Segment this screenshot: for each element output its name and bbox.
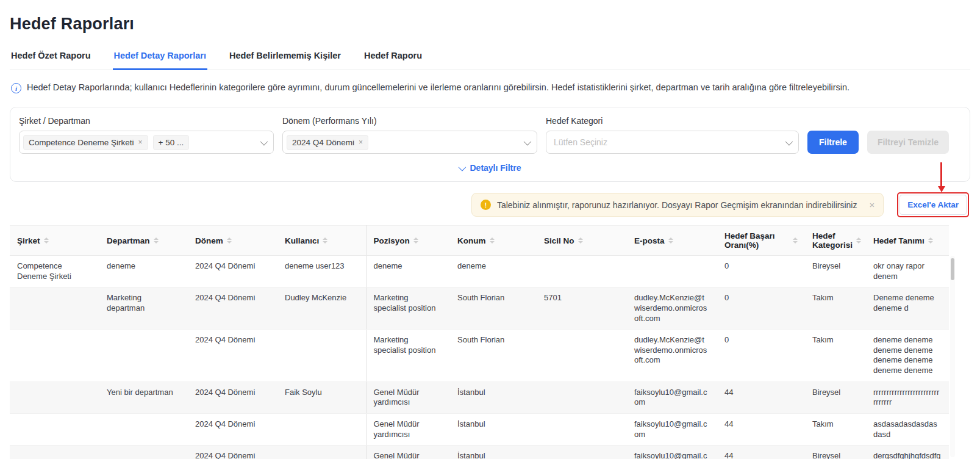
detail-filter-toggle[interactable]: Detaylı Filtre [19,163,961,173]
table-cell: 5701 [537,287,627,330]
column-header[interactable]: Hedef Başarı Oranı(%) [717,226,805,256]
filter-button[interactable]: Filtrele [807,131,859,154]
chevron-down-icon [459,163,467,171]
table-row: 2024 Q4 DönemiGenel Müdür yardımcısıİsta… [10,446,949,459]
column-header-label: Şirket [17,236,40,245]
table-cell: deneme [450,256,537,287]
column-header[interactable]: Kullanıcı [277,226,366,256]
more-selected-chip[interactable]: + 50 ... [153,135,190,150]
column-header[interactable]: E-posta [627,226,717,256]
table-cell: 0 [717,330,805,382]
column-header[interactable]: Pozisyon [366,226,450,256]
table-cell: Marketing specialist position [366,330,450,382]
period-filter-label: Dönem (Performans Yılı) [282,116,537,126]
period-select[interactable]: 2024 Q4 Dönemi × [282,131,537,154]
company-department-field: Şirket / Departman Competence Deneme Şir… [19,116,274,154]
table-cell [99,446,188,459]
table-cell [10,413,99,445]
selected-period-chip[interactable]: 2024 Q4 Dönemi × [287,135,368,150]
table-cell: Marketing departman [99,287,188,330]
tab-hedef-raporu[interactable]: Hedef Raporu [363,46,423,70]
sort-icon[interactable] [413,237,418,244]
table-header-row: ŞirketDepartmanDönemKullanıcıPozisyonKon… [10,226,949,256]
chevron-down-icon [785,137,793,145]
tab-hedef-detay-raporlari[interactable]: Hedef Detay Raporları [113,46,208,70]
scrollbar-thumb[interactable] [951,258,954,280]
category-select[interactable]: Lütfen Seçiniz [546,131,799,154]
column-header-label: Departman [107,236,150,245]
table-cell: Competence Deneme Şirketi [10,256,99,287]
table-cell: 0 [717,287,805,330]
tab-hedef-ozet-raporu[interactable]: Hedef Özet Raporu [10,46,92,70]
table-cell: dudley.McKenzie@twiserdemo.onmicrosoft.c… [627,287,717,330]
annotation-arrow-icon [940,162,942,187]
column-header-label: Hedef Kategorisi [812,231,853,250]
column-header[interactable]: Sicil No [537,226,627,256]
table-cell [277,413,366,445]
selected-company-chip[interactable]: Competence Deneme Şirketi × [23,135,148,150]
table-row: 2024 Q4 DönemiGenel Müdür yardımcısıİsta… [10,413,949,445]
table-cell [537,413,627,445]
sort-icon[interactable] [668,237,673,244]
table-cell: rrrrrrrrrrrrrrrrrrrrrrrrrrrrrrrr [866,381,949,413]
column-header[interactable]: Dönem [188,226,277,256]
tab-bar: Hedef Özet Raporu Hedef Detay Raporları … [10,46,970,70]
page-title: Hedef Raporları [10,15,970,34]
category-filter-label: Hedef Kategori [546,116,799,126]
table-row: Marketing departman2024 Q4 DönemiDudley … [10,287,949,330]
table-cell [99,330,188,382]
chevron-down-icon [260,137,268,145]
column-header[interactable]: Konum [450,226,537,256]
sort-icon[interactable] [154,237,159,244]
sort-icon[interactable] [578,237,583,244]
table-cell [537,381,627,413]
table-cell: İstanbul [450,381,537,413]
table-cell [537,330,627,382]
table-cell: deneme [366,256,450,287]
page: Hedef Raporları Hedef Özet Raporu Hedef … [0,0,980,459]
table-cell [277,446,366,459]
sort-icon[interactable] [323,237,327,244]
clear-filter-button[interactable]: Filtreyi Temizle [867,131,949,154]
filter-panel: Şirket / Departman Competence Deneme Şir… [10,107,970,182]
sort-icon[interactable] [490,237,495,244]
sort-icon[interactable] [44,237,49,244]
sort-icon[interactable] [227,237,232,244]
column-header-label: Dönem [195,236,223,245]
table-cell: Genel Müdür yardımcısı [366,446,450,459]
vertical-scrollbar[interactable] [950,256,955,457]
export-annotation-box: Excel'e Aktar [897,192,969,217]
info-banner: i Hedef Detay Raporlarında; kullanıcı He… [11,82,970,93]
table-cell: faiksoylu10@gmail.com [627,446,717,459]
table-cell: 44 [717,381,805,413]
table-cell [99,413,188,445]
chip-remove-icon[interactable]: × [359,139,363,146]
excel-export-button[interactable]: Excel'e Aktar [900,195,967,215]
table-cell [10,287,99,330]
table-cell: Genel Müdür yardımcısı [366,413,450,445]
table-cell: Bireysel [805,256,866,287]
column-header[interactable]: Hedef Tanımı [866,226,949,256]
column-header[interactable]: Hedef Kategorisi [805,226,866,256]
table-cell: Deneme deneme deneme d [866,287,949,330]
chip-remove-icon[interactable]: × [138,139,143,146]
tab-hedef-belirlememis-kisiler[interactable]: Hedef Belirlememiş Kişiler [228,46,342,70]
column-header[interactable]: Departman [99,226,188,256]
info-icon: i [11,83,21,93]
warning-icon: ! [481,200,491,210]
sort-icon[interactable] [928,237,933,244]
toast-close-icon[interactable]: × [869,200,874,210]
table-cell: deneme user123 [277,256,366,287]
table-row: Competence Deneme Şirketideneme2024 Q4 D… [10,256,949,287]
table-cell [10,381,99,413]
table-cell: deneme deneme deneme deneme deneme denem… [866,330,949,382]
table-cell: dergsdfghjhgfdsdfghjhjb [866,446,949,459]
report-table: ŞirketDepartmanDönemKullanıcıPozisyonKon… [10,225,970,459]
table-cell: İstanbul [450,413,537,445]
company-department-select[interactable]: Competence Deneme Şirketi × + 50 ... [19,131,274,154]
sort-icon[interactable] [856,237,861,244]
info-text: Hedef Detay Raporlarında; kullanıcı Hede… [27,82,849,92]
table-cell: 0 [717,256,805,287]
column-header[interactable]: Şirket [10,226,99,256]
sort-icon[interactable] [793,237,798,244]
